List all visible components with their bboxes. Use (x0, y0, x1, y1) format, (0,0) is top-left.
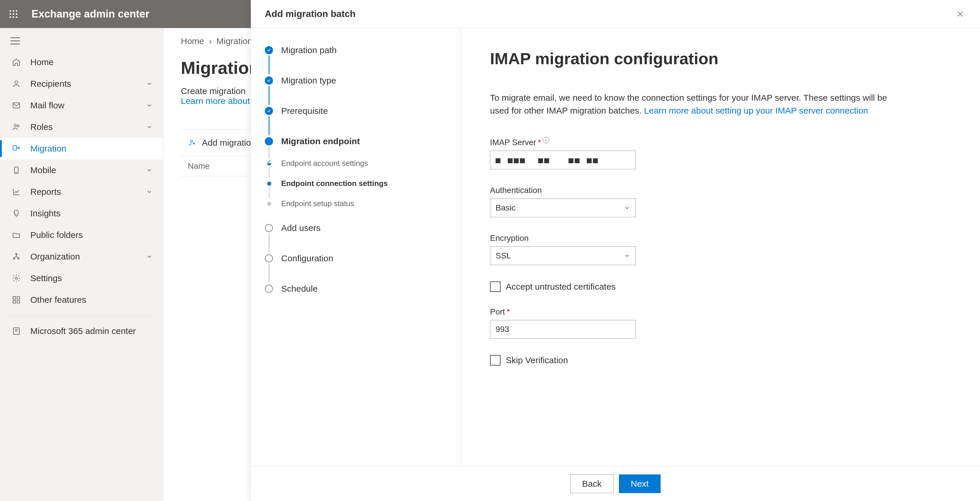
gear-icon (11, 274, 22, 282)
nav-item-m365-admin[interactable]: Microsoft 365 admin center (0, 320, 163, 342)
field-label: Authentication (490, 186, 636, 195)
check-icon (265, 46, 273, 54)
chevron-down-icon (146, 124, 153, 130)
substep-account-settings[interactable]: Endpoint account settings (281, 159, 449, 168)
nav-collapse-button[interactable] (0, 35, 163, 51)
future-step-icon (265, 224, 273, 232)
substep-label: Endpoint connection settings (281, 179, 388, 188)
field-label: IMAP Server * i (490, 138, 636, 147)
back-button[interactable]: Back (570, 474, 614, 493)
form-title: IMAP migration configuration (490, 49, 951, 68)
nav-item-label: Insights (30, 209, 153, 219)
chevron-down-icon (624, 205, 630, 211)
chevron-down-icon (624, 252, 630, 259)
svg-point-12 (15, 81, 18, 84)
substep-connection-settings[interactable]: Endpoint connection settings (281, 179, 449, 188)
field-encryption: Encryption SSL (490, 234, 636, 265)
tenant-icon (11, 327, 22, 335)
field-label: Encryption (490, 234, 636, 243)
nav-item-mobile[interactable]: Mobile (0, 160, 163, 181)
nav-item-settings[interactable]: Settings (0, 267, 163, 289)
future-step-icon (265, 285, 273, 293)
nav-separator (10, 315, 154, 316)
step-migration-path[interactable]: Migration path (265, 45, 449, 56)
step-label: Schedule (281, 284, 318, 294)
svg-rect-24 (17, 297, 20, 299)
step-migration-type[interactable]: Migration type (265, 75, 449, 86)
select-value: Basic (496, 203, 515, 212)
nav-item-roles[interactable]: Roles (0, 116, 163, 138)
mobile-icon (11, 166, 22, 175)
nav-item-label: Mail flow (30, 101, 146, 110)
svg-point-8 (16, 16, 17, 18)
nav-item-label: Mobile (30, 165, 146, 175)
port-input[interactable] (490, 320, 636, 339)
person-icon (11, 80, 22, 88)
svg-point-30 (191, 140, 193, 142)
next-button[interactable]: Next (619, 474, 661, 493)
svg-point-2 (16, 10, 17, 12)
checkbox-label: Skip Verification (506, 355, 568, 365)
svg-point-22 (15, 277, 18, 279)
nav-item-migration[interactable]: Migration (0, 138, 163, 160)
nav-item-label: Migration (30, 144, 153, 153)
nav-item-label: Recipients (30, 79, 146, 89)
skip-verification-checkbox[interactable] (490, 355, 501, 365)
svg-point-15 (17, 125, 19, 127)
learn-more-link[interactable]: Learn more about (181, 96, 250, 106)
current-step-icon (267, 182, 271, 186)
svg-point-0 (10, 10, 11, 12)
left-nav: Home Recipients Mail flow Roles Migratio… (0, 28, 163, 501)
substep-label: Endpoint account settings (281, 159, 368, 168)
nav-item-publicfolders[interactable]: Public folders (0, 224, 163, 246)
nav-item-reports[interactable]: Reports (0, 181, 163, 203)
nav-item-home[interactable]: Home (0, 51, 163, 73)
add-person-icon (188, 139, 197, 147)
nav-item-mailflow[interactable]: Mail flow (0, 94, 163, 116)
step-migration-endpoint[interactable]: Migration endpoint (265, 136, 449, 147)
nav-item-label: Other features (30, 295, 153, 305)
nav-item-label: Organization (30, 252, 146, 262)
chevron-down-icon (146, 81, 153, 87)
close-button[interactable] (955, 8, 966, 20)
check-icon (267, 161, 271, 166)
step-label: Migration type (281, 76, 336, 86)
breadcrumb-item[interactable]: Home (181, 36, 204, 46)
form-description: To migrate email, we need to know the co… (490, 91, 898, 117)
breadcrumb-item[interactable]: Migration (216, 36, 252, 46)
add-migration-button[interactable]: Add migration (202, 138, 256, 148)
field-skip-verification: Skip Verification (490, 355, 951, 365)
substep-setup-status[interactable]: Endpoint setup status (281, 199, 449, 208)
step-configuration[interactable]: Configuration (265, 252, 449, 264)
accept-untrusted-checkbox[interactable] (490, 281, 501, 292)
checkbox-label: Accept untrusted certificates (506, 282, 616, 292)
svg-rect-13 (13, 103, 20, 108)
nav-item-recipients[interactable]: Recipients (0, 73, 163, 94)
step-schedule[interactable]: Schedule (265, 283, 449, 295)
app-launcher-icon[interactable] (7, 8, 20, 21)
nav-item-insights[interactable]: Insights (0, 203, 163, 224)
field-imap-server: IMAP Server * i (490, 138, 636, 169)
step-prerequisite[interactable]: Prerequisite (265, 105, 449, 117)
nav-item-organization[interactable]: Organization (0, 246, 163, 267)
roles-icon (11, 123, 22, 131)
chevron-down-icon (146, 188, 153, 195)
field-port: Port * (490, 307, 636, 339)
nav-item-label: Reports (30, 187, 146, 197)
encryption-select[interactable]: SSL (490, 246, 636, 265)
step-add-users[interactable]: Add users (265, 222, 449, 234)
nav-item-otherfeatures[interactable]: Other features (0, 289, 163, 311)
info-icon[interactable]: i (543, 137, 549, 144)
svg-point-20 (13, 258, 15, 259)
svg-point-7 (13, 16, 14, 18)
column-header-name[interactable]: Name (188, 161, 210, 171)
step-label: Migration path (281, 45, 337, 55)
step-label: Migration endpoint (281, 136, 360, 146)
imap-server-input[interactable] (490, 151, 636, 169)
authentication-select[interactable]: Basic (490, 198, 636, 217)
step-label: Configuration (281, 254, 333, 263)
mail-icon (11, 101, 22, 110)
check-icon (265, 107, 273, 115)
learn-more-link[interactable]: Learn more about setting up your IMAP se… (644, 106, 868, 115)
wizard-steps: Migration path Migration type Prerequisi… (251, 28, 461, 466)
